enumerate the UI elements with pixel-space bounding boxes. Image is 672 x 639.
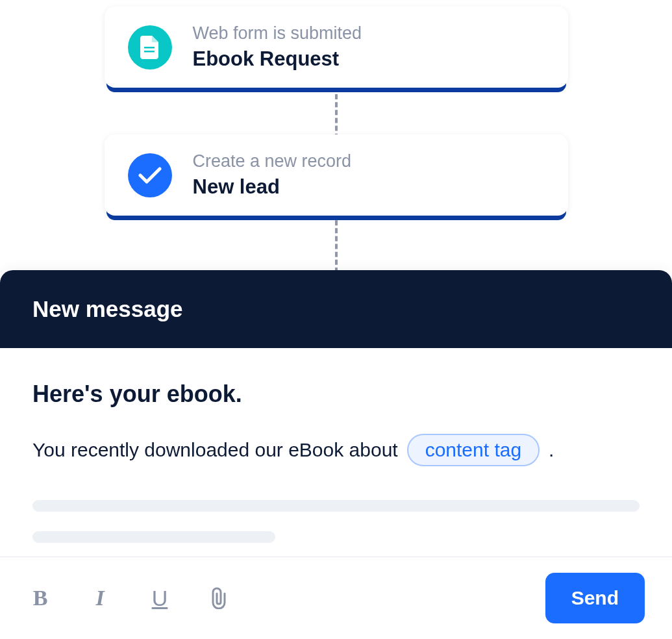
send-button[interactable]: Send (545, 573, 645, 623)
bold-button[interactable]: B (27, 585, 53, 611)
svg-rect-1 (144, 51, 155, 53)
workflow-step-subtitle: Web form is submited (193, 23, 362, 44)
message-subject: Here's your ebook. (32, 381, 640, 408)
message-body-suffix: . (549, 439, 554, 461)
check-icon (128, 153, 172, 197)
workflow-container: Web form is submited Ebook Request Creat… (0, 0, 672, 216)
placeholder-line (32, 531, 275, 543)
workflow-step-subtitle: Create a new record (193, 151, 352, 171)
underline-button[interactable]: U (147, 585, 173, 611)
formatting-controls: B I U (27, 585, 232, 611)
attachment-button[interactable] (206, 585, 232, 611)
placeholder-line (32, 500, 640, 512)
paperclip-icon (210, 587, 229, 609)
workflow-step-text: Create a new record New lead (193, 151, 352, 199)
message-content-line: You recently downloaded our eBook about … (32, 434, 640, 466)
workflow-step-title: New lead (193, 175, 352, 199)
workflow-step-form-submitted[interactable]: Web form is submited Ebook Request (105, 6, 568, 88)
content-tag-chip[interactable]: content tag (407, 434, 540, 466)
message-toolbar: B I U Send (0, 557, 672, 639)
workflow-step-title: Ebook Request (193, 47, 362, 71)
document-icon (128, 25, 172, 69)
italic-button[interactable]: I (87, 585, 113, 611)
svg-rect-0 (144, 47, 155, 49)
message-composer: New message Here's your ebook. You recen… (0, 270, 672, 639)
message-header: New message (0, 270, 672, 348)
workflow-step-new-lead[interactable]: Create a new record New lead (105, 134, 568, 216)
message-body[interactable]: Here's your ebook. You recently download… (0, 348, 672, 582)
message-body-text: You recently downloaded our eBook about (32, 439, 398, 461)
workflow-step-text: Web form is submited Ebook Request (193, 23, 362, 71)
